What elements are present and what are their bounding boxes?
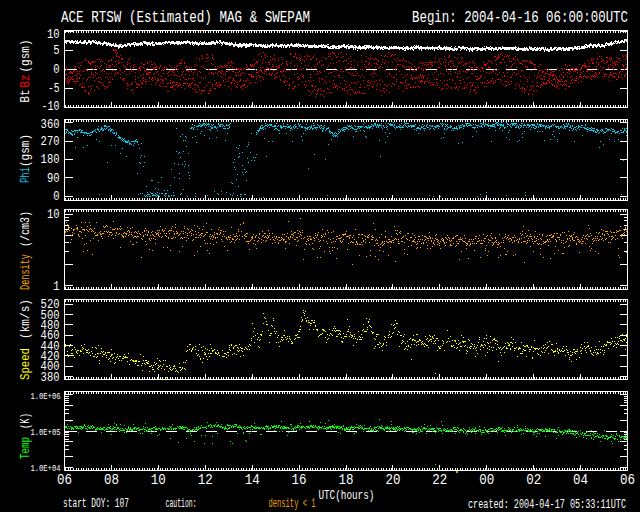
svg-text:Density: Density (18, 254, 33, 290)
svg-text:caution:: caution: (166, 497, 197, 511)
svg-text:04: 04 (573, 472, 588, 488)
svg-text:18: 18 (339, 472, 354, 488)
svg-text:22: 22 (432, 472, 447, 488)
svg-text:1: 1 (53, 279, 59, 294)
svg-text:Bt: Bt (18, 90, 33, 103)
svg-text:ACE RTSW (Estimated) MAG & SWE: ACE RTSW (Estimated) MAG & SWEPAM (61, 9, 310, 27)
svg-text:380: 380 (41, 370, 60, 385)
svg-text:10: 10 (47, 27, 60, 42)
svg-text:Phi: Phi (18, 167, 33, 183)
svg-text:(gsm): (gsm) (18, 40, 33, 73)
svg-text:20: 20 (385, 472, 400, 488)
svg-text:start DOY: 107: start DOY: 107 (63, 497, 129, 511)
svg-text:10: 10 (151, 472, 166, 488)
svg-text:0: 0 (53, 62, 59, 77)
svg-text:00: 00 (479, 472, 494, 488)
svg-text:0: 0 (53, 189, 59, 204)
svg-text:(gsm): (gsm) (18, 134, 33, 167)
svg-text:1.0E+05: 1.0E+05 (30, 427, 60, 438)
svg-text:Temp: Temp (18, 437, 33, 459)
svg-text:90: 90 (47, 171, 60, 186)
svg-text:density < 1: density < 1 (269, 497, 316, 511)
svg-text:-10: -10 (42, 99, 60, 114)
svg-text:16: 16 (292, 472, 307, 488)
svg-text:Begin: 2004-04-16 06:00:00UTC: Begin: 2004-04-16 06:00:00UTC (412, 9, 628, 27)
svg-text:created: 2004-04-17 05:33:11UT: created: 2004-04-17 05:33:11UTC (468, 498, 626, 512)
svg-text:14: 14 (245, 472, 260, 488)
svg-text:Bz: Bz (18, 75, 33, 88)
svg-text:180: 180 (41, 152, 60, 167)
svg-text:02: 02 (526, 472, 541, 488)
svg-text:10: 10 (47, 207, 60, 222)
svg-text:360: 360 (41, 117, 60, 132)
svg-text:5: 5 (53, 43, 59, 58)
svg-text:1.0E+06: 1.0E+06 (30, 391, 60, 402)
svg-text:06: 06 (57, 472, 72, 488)
svg-text:12: 12 (198, 472, 213, 488)
svg-text:(/cm3): (/cm3) (18, 211, 33, 247)
svg-text:Speed: Speed (18, 348, 33, 380)
svg-text:(km/s): (km/s) (18, 299, 33, 339)
svg-text:UTC(hours): UTC(hours) (318, 489, 374, 503)
svg-text:270: 270 (41, 134, 60, 149)
svg-text:06: 06 (620, 472, 635, 488)
svg-text:(K): (K) (18, 413, 33, 429)
svg-text:-5: -5 (48, 81, 59, 96)
svg-text:08: 08 (104, 472, 119, 488)
